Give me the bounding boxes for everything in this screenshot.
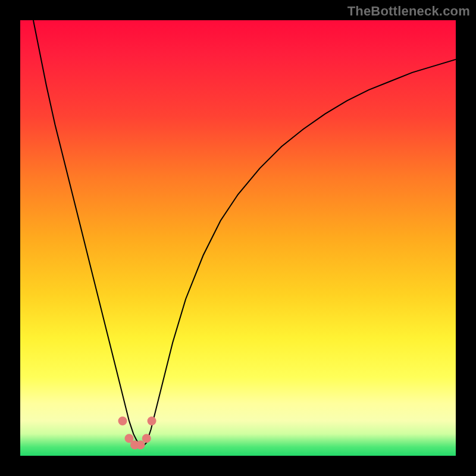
plot-area [20, 20, 456, 456]
chart-svg [20, 20, 456, 456]
bottleneck-curve [33, 20, 456, 447]
marker-dot [148, 416, 156, 425]
chart-frame: TheBottleneck.com [0, 0, 476, 476]
marker-dot [142, 434, 151, 443]
marker-dot [136, 440, 145, 449]
watermark-text: TheBottleneck.com [347, 4, 470, 19]
marker-dot [118, 416, 127, 425]
